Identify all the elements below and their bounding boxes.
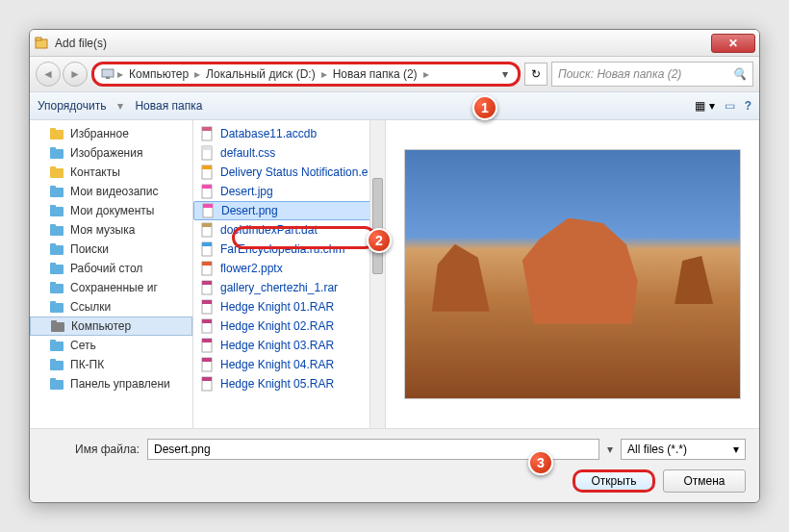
file-icon: [199, 299, 215, 315]
sidebar-item[interactable]: Контакты: [30, 163, 192, 182]
svg-rect-16: [50, 245, 64, 255]
sidebar-item[interactable]: Рабочий стол: [30, 259, 192, 278]
file-item[interactable]: Hedge Knight 04.RAR: [193, 355, 385, 374]
file-label: FarEncyclopedia.ru.chm: [220, 242, 344, 256]
folder-icon: [49, 145, 64, 161]
sidebar-item[interactable]: Мои документы: [30, 201, 192, 220]
sidebar: ИзбранноеИзображенияКонтактыМои видеозап…: [30, 120, 193, 428]
file-item[interactable]: Hedge Knight 02.RAR: [193, 317, 385, 336]
file-icon: [199, 280, 215, 295]
sidebar-item[interactable]: Ссылки: [30, 297, 192, 317]
svg-rect-37: [202, 165, 212, 169]
file-item[interactable]: Delivery Status Notification.e: [193, 163, 385, 182]
svg-rect-15: [50, 224, 56, 227]
svg-rect-21: [50, 282, 56, 285]
sidebar-item[interactable]: Компьютер: [30, 317, 192, 336]
sidebar-label: Моя музыка: [70, 223, 135, 237]
forward-button[interactable]: ►: [63, 62, 88, 87]
file-label: Hedge Knight 04.RAR: [220, 358, 334, 371]
file-label: Hedge Knight 03.RAR: [220, 339, 334, 352]
svg-rect-22: [50, 303, 64, 313]
svg-rect-8: [50, 168, 64, 178]
svg-rect-43: [202, 223, 212, 227]
file-label: Hedge Knight 02.RAR: [220, 319, 334, 333]
titlebar: Add file(s) ✕: [30, 30, 759, 57]
folder-icon: [49, 126, 64, 141]
file-label: gallery_chertezhi_1.rar: [220, 281, 338, 294]
file-item[interactable]: default.css: [193, 143, 385, 163]
close-button[interactable]: ✕: [711, 34, 755, 53]
scroll-thumb[interactable]: [372, 178, 383, 274]
nav-row: ◄ ► ▸ Компьютер ▸ Локальный диск (D:) ▸ …: [30, 57, 759, 91]
filter-select[interactable]: All files (*.*)▾: [621, 439, 746, 460]
file-item[interactable]: Desert.png: [193, 201, 385, 220]
new-folder-button[interactable]: Новая папка: [135, 99, 202, 113]
help-icon[interactable]: ?: [745, 99, 751, 113]
file-icon: [199, 222, 215, 238]
open-button[interactable]: Открыть: [573, 469, 655, 493]
content-area: ИзбранноеИзображенияКонтактыМои видеозап…: [30, 120, 759, 428]
sidebar-item[interactable]: Моя музыка: [30, 220, 192, 240]
file-icon: [199, 261, 215, 276]
svg-rect-57: [202, 358, 212, 362]
sidebar-item[interactable]: ПК-ПК: [30, 355, 192, 374]
dropdown-icon[interactable]: ▾: [498, 67, 512, 81]
svg-rect-3: [106, 77, 110, 79]
organize-menu[interactable]: Упорядочить: [38, 99, 106, 113]
sidebar-item[interactable]: Поиски: [30, 240, 192, 259]
sidebar-item[interactable]: Сохраненные иг: [30, 278, 192, 297]
preview-icon[interactable]: ▭: [725, 99, 735, 113]
file-icon: [199, 126, 215, 141]
computer-icon: [100, 66, 115, 82]
file-item[interactable]: Hedge Knight 05.RAR: [193, 374, 385, 393]
breadcrumb-item[interactable]: Новая папка (2): [329, 65, 421, 83]
sidebar-item[interactable]: Панель управлени: [30, 374, 192, 393]
breadcrumb-item[interactable]: Компьютер: [125, 65, 192, 83]
file-item[interactable]: FarEncyclopedia.ru.chm: [193, 240, 385, 259]
svg-rect-51: [202, 300, 212, 304]
svg-rect-1: [36, 38, 41, 40]
svg-rect-19: [50, 263, 56, 266]
sidebar-label: Мои видеозапис: [70, 185, 159, 198]
preview-pane: [386, 120, 759, 428]
file-label: Delivery Status Notification.e: [220, 165, 368, 179]
svg-rect-13: [50, 205, 56, 208]
file-label: Hedge Knight 01.RAR: [220, 300, 334, 314]
window-title: Add file(s): [55, 37, 711, 50]
sidebar-label: Изображения: [70, 146, 142, 160]
file-item[interactable]: Hedge Knight 01.RAR: [193, 297, 385, 317]
scrollbar[interactable]: [369, 120, 385, 428]
folder-icon: [49, 222, 64, 238]
svg-rect-49: [202, 281, 212, 285]
file-item[interactable]: Database11.accdb: [193, 124, 385, 143]
file-icon: [199, 184, 215, 199]
svg-rect-30: [50, 380, 64, 390]
search-input[interactable]: Поиск: Новая папка (2) 🔍: [551, 62, 753, 87]
file-item[interactable]: flower2.pptx: [193, 259, 385, 278]
sidebar-item[interactable]: Мои видеозапис: [30, 182, 192, 201]
file-item[interactable]: gallery_chertezhi_1.rar: [193, 278, 385, 297]
svg-rect-41: [203, 204, 213, 208]
file-item[interactable]: Desert.jpg: [193, 182, 385, 201]
refresh-button[interactable]: ↻: [524, 63, 547, 86]
back-button[interactable]: ◄: [36, 62, 61, 87]
folder-icon: [49, 241, 64, 257]
file-item[interactable]: docIdIndexPart.dat: [193, 220, 385, 240]
address-bar[interactable]: ▸ Компьютер ▸ Локальный диск (D:) ▸ Нова…: [91, 62, 521, 87]
sidebar-item[interactable]: Избранное: [30, 124, 192, 143]
svg-rect-29: [50, 359, 56, 362]
file-item[interactable]: Hedge Knight 03.RAR: [193, 336, 385, 355]
cancel-button[interactable]: Отмена: [663, 469, 746, 493]
view-icon[interactable]: ▦ ▾: [695, 99, 714, 113]
sidebar-item[interactable]: Сеть: [30, 336, 192, 355]
file-dialog: Add file(s) ✕ ◄ ► ▸ Компьютер ▸ Локальны…: [29, 29, 760, 503]
sidebar-label: Избранное: [70, 127, 129, 140]
sidebar-label: Сеть: [70, 339, 96, 352]
breadcrumb-item[interactable]: Локальный диск (D:): [202, 65, 319, 83]
file-icon: [200, 203, 216, 218]
svg-rect-2: [102, 69, 114, 77]
sidebar-item[interactable]: Изображения: [30, 143, 192, 163]
svg-rect-31: [50, 378, 56, 381]
file-icon: [199, 145, 215, 161]
chevron-right-icon: ▸: [117, 67, 123, 81]
